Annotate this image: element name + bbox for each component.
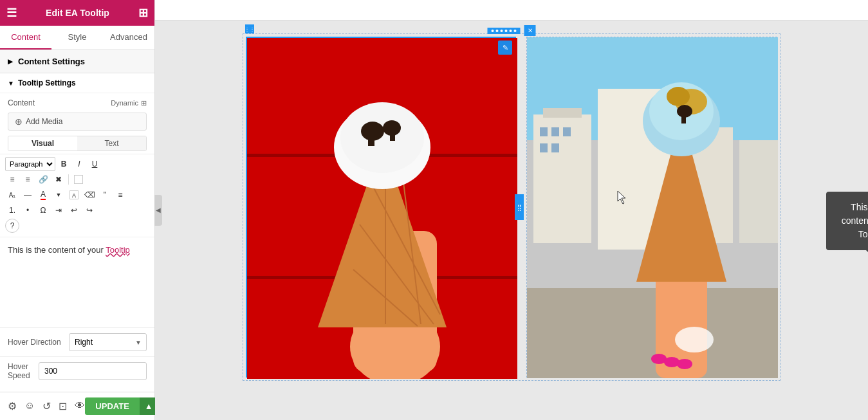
settings-icon[interactable]: ⚙ bbox=[8, 400, 17, 412]
editor-toolbar: Paragraph B I U ≡ ≡ 🔗 ✖ A₁ — A ▼ A bbox=[0, 154, 154, 237]
redo-button[interactable]: ↪ bbox=[82, 203, 97, 217]
paragraph-select[interactable]: Paragraph bbox=[5, 157, 55, 171]
svg-rect-16 bbox=[390, 131, 395, 141]
hamburger-icon[interactable]: ☰ bbox=[6, 6, 17, 20]
tooltip-settings-label: Tooltip Settings bbox=[18, 78, 76, 87]
align-center-button[interactable]: ≡ bbox=[21, 172, 35, 187]
widget-close-button[interactable]: ✕ bbox=[524, 25, 536, 36]
content-field-label: Content bbox=[8, 98, 35, 107]
align-left-button[interactable]: ≡ bbox=[5, 172, 19, 187]
svg-rect-15 bbox=[368, 133, 374, 146]
svg-rect-29 bbox=[527, 288, 778, 378]
font-color-button[interactable]: A bbox=[36, 188, 50, 202]
ordered-list-button[interactable]: 1. bbox=[5, 203, 19, 217]
svg-rect-23 bbox=[739, 140, 778, 243]
widget-drag-handle[interactable] bbox=[488, 28, 521, 34]
tooltip-content: This is the content of your Tooltip bbox=[842, 202, 868, 239]
svg-point-40 bbox=[664, 357, 679, 367]
hr-button[interactable]: — bbox=[21, 188, 35, 202]
eraser-button[interactable]: ⌫ bbox=[82, 188, 97, 202]
dynamic-icon: ⊞ bbox=[141, 99, 147, 107]
svg-point-41 bbox=[677, 359, 692, 369]
eye-icon[interactable]: 👁 bbox=[75, 400, 85, 412]
toolbar-row-1: Paragraph B I U bbox=[5, 157, 149, 171]
drag-icon[interactable]: ⋮⋮ bbox=[245, 24, 254, 33]
unordered-list-button[interactable]: • bbox=[21, 203, 35, 217]
justify-button[interactable]: ≡ bbox=[113, 188, 127, 202]
hover-speed-row: Hover Speed bbox=[0, 356, 154, 385]
underline-button[interactable]: U bbox=[88, 157, 102, 171]
hover-speed-input[interactable] bbox=[39, 362, 147, 380]
add-media-button[interactable]: ⊕ Add Media bbox=[8, 113, 147, 131]
tab-style[interactable]: Style bbox=[51, 26, 103, 50]
drag-dots: ⋮⋮ bbox=[245, 26, 255, 32]
handle-dot-6 bbox=[514, 30, 517, 32]
sidebar-header: ☰ Edit EA Tooltip ⊞ bbox=[0, 0, 154, 26]
visual-text-toggle: Visual Text bbox=[8, 136, 147, 151]
column-resize-handle[interactable]: ⣿ bbox=[515, 194, 524, 220]
visual-tab[interactable]: Visual bbox=[8, 136, 77, 151]
refresh-icon[interactable]: ↺ bbox=[42, 400, 51, 412]
update-button[interactable]: UPDATE bbox=[85, 397, 139, 415]
smiley-icon[interactable]: ☺ bbox=[24, 400, 35, 412]
content-label-row: Content Dynamic ⊞ bbox=[0, 93, 154, 110]
svg-point-42 bbox=[675, 327, 714, 352]
toolbar-row-3: A₁ — A ▼ A ⌫ " ≡ bbox=[5, 188, 149, 202]
toolbar-row-2: ≡ ≡ 🔗 ✖ bbox=[5, 172, 149, 187]
hover-speed-label: Hover Speed bbox=[8, 362, 39, 380]
svg-point-36 bbox=[667, 87, 690, 106]
svg-rect-26 bbox=[563, 127, 571, 136]
text-content-area[interactable]: This is the content of your Tooltip bbox=[0, 237, 154, 327]
image-1-edit-button[interactable]: ✎ bbox=[498, 41, 512, 55]
help-button[interactable]: ? bbox=[5, 219, 19, 233]
sidebar: ☰ Edit EA Tooltip ⊞ Content Style Advanc… bbox=[0, 0, 155, 420]
tooltip-text-highlight: Tooltip bbox=[106, 245, 130, 255]
hover-direction-select[interactable]: Right Left Top Bottom bbox=[69, 333, 147, 351]
responsive-icon[interactable]: ⊡ bbox=[59, 400, 67, 412]
tab-advanced[interactable]: Advanced bbox=[103, 26, 154, 50]
bold-button[interactable]: B bbox=[57, 157, 71, 171]
add-media-icon: ⊕ bbox=[15, 116, 23, 127]
handle-dot-4 bbox=[505, 30, 508, 32]
indent-button[interactable]: ⇥ bbox=[51, 203, 66, 217]
unlink-button[interactable]: ✖ bbox=[51, 172, 66, 187]
image-1-svg bbox=[247, 38, 517, 379]
bottom-icons: ⚙ ☺ ↺ ⊡ 👁 bbox=[8, 400, 85, 412]
sidebar-tabs: Content Style Advanced bbox=[0, 26, 154, 50]
text-tab[interactable]: Text bbox=[77, 136, 146, 151]
bg-color-icon: A bbox=[69, 190, 78, 199]
widget-top-handles: ✕ bbox=[488, 25, 536, 36]
content-text: This is the content of your bbox=[8, 245, 106, 255]
spacer bbox=[0, 385, 154, 392]
content-settings-section[interactable]: ▶ Content Settings bbox=[0, 50, 154, 73]
widget-container: ⋮⋮ ✕ bbox=[155, 21, 868, 420]
background-color-button[interactable]: A bbox=[67, 188, 81, 202]
images-row: ✎ bbox=[246, 37, 777, 378]
hover-direction-row: Hover Direction Right Left Top Bottom ▼ bbox=[0, 327, 154, 356]
omega-button[interactable]: Ω bbox=[36, 203, 50, 217]
blockquote-button[interactable]: " bbox=[98, 188, 112, 202]
outer-section: ⋮⋮ ✕ bbox=[243, 33, 780, 381]
toolbar-sep-1 bbox=[68, 174, 69, 185]
color-swatch-button[interactable] bbox=[71, 172, 86, 187]
collapse-handle[interactable]: ◀ bbox=[154, 195, 162, 226]
svg-rect-27 bbox=[540, 143, 548, 152]
subsection-arrow-icon: ▼ bbox=[8, 80, 14, 87]
handle-dot-1 bbox=[492, 30, 494, 32]
svg-rect-28 bbox=[551, 143, 559, 152]
tooltip-settings-section[interactable]: ▼ Tooltip Settings bbox=[0, 73, 154, 93]
link-button[interactable]: 🔗 bbox=[36, 172, 50, 187]
canvas: ⋮⋮ ✕ bbox=[155, 0, 868, 420]
svg-rect-24 bbox=[540, 127, 548, 136]
dynamic-button[interactable]: Dynamic ⊞ bbox=[111, 99, 147, 107]
undo-button[interactable]: ↩ bbox=[67, 203, 81, 217]
dynamic-label: Dynamic bbox=[111, 99, 138, 107]
svg-rect-25 bbox=[551, 127, 559, 136]
sub-script-button[interactable]: A₁ bbox=[5, 188, 19, 202]
grid-icon[interactable]: ⊞ bbox=[138, 6, 148, 20]
section-drag-handles: ⋮⋮ bbox=[245, 24, 254, 33]
tab-content[interactable]: Content bbox=[0, 26, 51, 50]
image-1-wrapper: ✎ bbox=[246, 37, 516, 378]
italic-button[interactable]: I bbox=[72, 157, 86, 171]
drop-down-arrow[interactable]: ▼ bbox=[51, 188, 66, 202]
